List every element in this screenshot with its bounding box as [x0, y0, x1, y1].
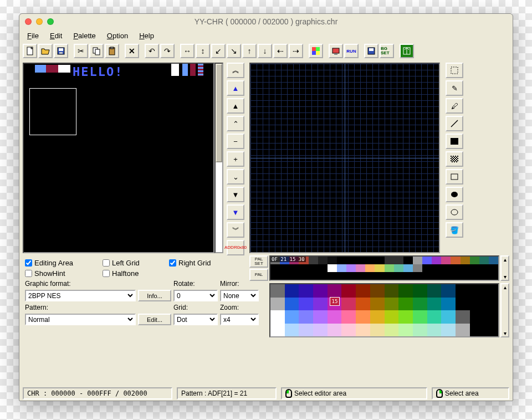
nav-page-down-fast-button[interactable]: ︾: [227, 222, 244, 238]
edit-pattern-button[interactable]: Edit...: [138, 314, 171, 325]
svg-rect-10: [312, 51, 316, 55]
tool-line-button[interactable]: [446, 116, 463, 131]
palette-scrollbar[interactable]: ▴▾: [500, 255, 509, 281]
exit-button[interactable]: [400, 44, 414, 58]
left-grid-checkbox[interactable]: [103, 259, 110, 267]
tool-ellipse-fill-button[interactable]: [446, 187, 463, 202]
status-chr: CHR : 000000 - 000FFF / 002000: [23, 387, 172, 399]
right-grid-checkbox[interactable]: [169, 259, 176, 267]
shift-right-button[interactable]: ⇢: [289, 44, 303, 58]
showhint-checkbox[interactable]: [25, 270, 32, 277]
svg-rect-2: [59, 48, 63, 51]
palette-button[interactable]: [309, 44, 323, 58]
tool-pencil-button[interactable]: ✎: [446, 80, 463, 96]
selection-rect: [29, 88, 76, 135]
svg-rect-3: [59, 52, 63, 54]
nav-addr-button[interactable]: ADDR0x80: [227, 240, 244, 255]
cut-button[interactable]: ✂: [74, 44, 88, 58]
emulator-button[interactable]: [329, 44, 343, 58]
window-title: YY-CHR ( 000000 / 002000 ) graphics.chr: [19, 17, 513, 26]
open-button[interactable]: [38, 44, 53, 58]
tool-dither-button[interactable]: [446, 151, 463, 167]
nav-plus-button[interactable]: +: [227, 151, 244, 167]
svg-rect-12: [332, 48, 339, 53]
tool-ellipse-button[interactable]: [446, 204, 463, 220]
svg-rect-11: [316, 51, 320, 55]
rotate-right-button[interactable]: ↘: [227, 44, 241, 58]
minimize-icon[interactable]: [36, 18, 43, 25]
palette-strip[interactable]: 0F 21 15 30: [269, 255, 499, 281]
rotate-left-button[interactable]: ↙: [211, 44, 226, 58]
rotate-label: Rotate:: [173, 280, 218, 288]
svg-rect-4: [93, 48, 98, 53]
svg-rect-7: [110, 47, 114, 49]
app-window: YY-CHR ( 000000 / 002000 ) graphics.chr …: [19, 13, 513, 401]
menu-help[interactable]: Help: [135, 32, 158, 40]
save-button[interactable]: [54, 44, 68, 58]
tool-marquee-button[interactable]: [446, 63, 463, 78]
shift-left-button[interactable]: ⇠: [273, 44, 288, 58]
bg-set-button[interactable]: BG SET: [380, 44, 394, 58]
titlebar: YY-CHR ( 000000 / 002000 ) graphics.chr: [19, 14, 513, 29]
color-scrollbar[interactable]: ▴▾: [500, 283, 509, 337]
svg-rect-16: [403, 48, 410, 54]
undo-button[interactable]: ↶: [145, 44, 159, 58]
nav-minus-button[interactable]: −: [227, 134, 244, 149]
flip-h-button[interactable]: ↔: [180, 44, 195, 58]
status-pattern: Pattern : ADF[21] = 21: [177, 387, 277, 399]
close-icon[interactable]: [25, 18, 32, 25]
info-button[interactable]: Info...: [138, 290, 171, 301]
nav-page-up-button[interactable]: ▲: [227, 80, 244, 96]
redo-button[interactable]: ↷: [160, 44, 175, 58]
svg-line-18: [451, 120, 458, 127]
tool-brush-button[interactable]: 🖊: [446, 98, 463, 114]
shift-down-button[interactable]: ↓: [258, 44, 272, 58]
svg-rect-15: [369, 48, 374, 51]
svg-rect-17: [451, 67, 458, 74]
rotate-select[interactable]: 0: [173, 290, 218, 301]
zoom-icon[interactable]: [47, 18, 54, 25]
tool-rect-fill-button[interactable]: [446, 134, 463, 149]
paste-button[interactable]: [105, 44, 119, 58]
nav-step-up-button[interactable]: ⌃: [227, 116, 244, 131]
svg-rect-20: [451, 156, 458, 162]
grid-select[interactable]: Dot: [173, 314, 218, 325]
tool-fill-button[interactable]: 🪣: [446, 222, 463, 238]
pal-button[interactable]: PAL: [249, 269, 268, 281]
nav-page-up-fast-button[interactable]: ︽: [227, 63, 244, 78]
editing-area-checkbox[interactable]: [25, 259, 32, 267]
halftone-checkbox[interactable]: [103, 270, 110, 277]
run-button[interactable]: RUN: [344, 44, 359, 58]
color-picker[interactable]: 15: [269, 283, 499, 337]
menu-file[interactable]: File: [23, 32, 43, 40]
delete-button[interactable]: ✕: [125, 44, 139, 58]
svg-rect-8: [312, 47, 316, 51]
svg-rect-9: [316, 47, 320, 51]
menu-edit[interactable]: Edit: [45, 32, 66, 40]
nav-step-down-button[interactable]: ⌄: [227, 169, 244, 185]
copy-button[interactable]: [89, 44, 104, 58]
editor-canvas[interactable]: [249, 63, 440, 253]
graphic-format-select[interactable]: 2BPP NES: [25, 290, 136, 301]
svg-rect-0: [27, 47, 33, 55]
mouse-left-icon: [285, 389, 292, 398]
svg-rect-23: [451, 174, 458, 180]
pattern-select[interactable]: Normal: [25, 314, 136, 325]
toolbar: ✂ ✕ ↶ ↷ ↔ ↕ ↙ ↘ ↑ ↓ ⇠ ⇢ RUN BG SET: [19, 42, 513, 60]
pal-set-button[interactable]: PAL SET: [249, 255, 268, 268]
chr-scrollbar[interactable]: [214, 63, 223, 253]
flip-v-button[interactable]: ↕: [196, 44, 210, 58]
menu-palette[interactable]: Palette: [69, 32, 100, 40]
menu-option[interactable]: Option: [103, 32, 132, 40]
chr-viewer[interactable]: HELLO!: [23, 63, 214, 253]
svg-point-25: [451, 209, 458, 215]
svg-rect-5: [95, 49, 100, 55]
shift-up-button[interactable]: ↑: [242, 44, 257, 58]
nav-up-button[interactable]: ▲: [227, 98, 244, 114]
save-state-button[interactable]: [364, 44, 378, 58]
nav-page-down-button[interactable]: ▼: [227, 204, 244, 220]
svg-rect-13: [334, 54, 337, 55]
nav-down-button[interactable]: ▼: [227, 187, 244, 202]
new-button[interactable]: [23, 44, 37, 58]
tool-rect-button[interactable]: [446, 169, 463, 185]
